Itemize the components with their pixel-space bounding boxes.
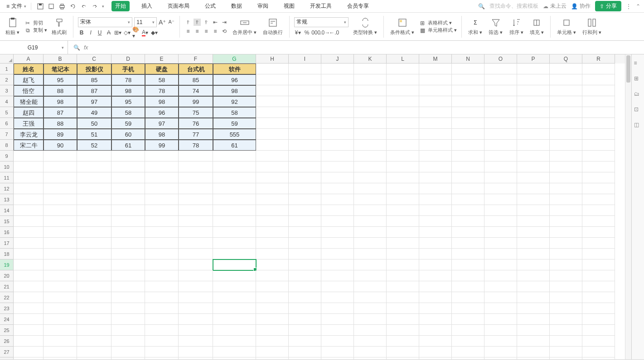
- cell[interactable]: [550, 314, 582, 325]
- panel-expand-icon[interactable]: ≡: [634, 60, 642, 68]
- cell[interactable]: [452, 259, 484, 270]
- cell[interactable]: [387, 314, 419, 325]
- more-icon[interactable]: ⋮: [626, 3, 631, 10]
- cell[interactable]: [582, 314, 615, 325]
- column-header[interactable]: C: [77, 54, 111, 64]
- cell[interactable]: [452, 85, 484, 96]
- cell[interactable]: [419, 270, 452, 281]
- cell[interactable]: [484, 64, 517, 74]
- cell[interactable]: [213, 161, 256, 172]
- cell[interactable]: [14, 357, 44, 359]
- cell[interactable]: [111, 336, 145, 347]
- cell[interactable]: [354, 172, 387, 183]
- cell[interactable]: [419, 194, 452, 205]
- cell[interactable]: [517, 314, 550, 325]
- cell[interactable]: [517, 270, 550, 281]
- cell[interactable]: 96: [145, 107, 179, 118]
- cell[interactable]: [179, 183, 213, 194]
- collab-button[interactable]: 👤协作: [571, 2, 591, 10]
- cell[interactable]: [213, 303, 256, 314]
- row-header[interactable]: 26: [0, 336, 14, 347]
- cell[interactable]: [582, 194, 615, 205]
- refresh-icon[interactable]: [69, 3, 77, 10]
- cell[interactable]: [321, 238, 354, 249]
- cell[interactable]: [517, 96, 550, 107]
- cell[interactable]: [517, 183, 550, 194]
- align-center-icon[interactable]: ≡: [194, 28, 201, 35]
- cell[interactable]: [582, 140, 615, 151]
- align-right-icon[interactable]: ≡: [203, 28, 210, 35]
- cell[interactable]: [419, 118, 452, 129]
- cell[interactable]: 89: [44, 129, 77, 140]
- cell[interactable]: [179, 161, 213, 172]
- cell[interactable]: 95: [44, 74, 77, 85]
- cell[interactable]: [484, 314, 517, 325]
- cell[interactable]: [213, 314, 256, 325]
- search-fx-icon[interactable]: 🔍: [73, 44, 80, 51]
- cell[interactable]: [213, 292, 256, 303]
- cell-group[interactable]: 单元格 ▾: [555, 17, 578, 36]
- cell[interactable]: 78: [179, 140, 213, 151]
- cell[interactable]: [517, 303, 550, 314]
- cell[interactable]: [14, 259, 44, 270]
- name-box[interactable]: G19 ▾: [0, 41, 68, 54]
- select-all-corner[interactable]: [0, 54, 14, 64]
- cell[interactable]: [145, 227, 179, 238]
- cell[interactable]: [582, 183, 615, 194]
- cell[interactable]: [387, 216, 419, 227]
- cell[interactable]: [452, 140, 484, 151]
- cell[interactable]: [387, 107, 419, 118]
- cell[interactable]: [44, 259, 77, 270]
- cell[interactable]: [256, 205, 289, 216]
- cell[interactable]: [582, 357, 615, 359]
- cell[interactable]: [517, 205, 550, 216]
- cell[interactable]: [419, 357, 452, 359]
- cell[interactable]: [452, 183, 484, 194]
- cell[interactable]: [44, 347, 77, 357]
- cell[interactable]: [289, 194, 321, 205]
- cell[interactable]: [452, 357, 484, 359]
- cell[interactable]: [77, 161, 111, 172]
- cell[interactable]: 61: [213, 140, 256, 151]
- cell[interactable]: [354, 205, 387, 216]
- cell[interactable]: [179, 357, 213, 359]
- cell[interactable]: 96: [213, 74, 256, 85]
- cell[interactable]: [213, 325, 256, 336]
- cell[interactable]: [582, 96, 615, 107]
- cell[interactable]: [582, 85, 615, 96]
- cell[interactable]: [111, 216, 145, 227]
- cell[interactable]: [213, 259, 256, 270]
- cell[interactable]: 99: [179, 96, 213, 107]
- cell[interactable]: [550, 161, 582, 172]
- cell[interactable]: [582, 118, 615, 129]
- cell[interactable]: [550, 140, 582, 151]
- column-header[interactable]: A: [14, 54, 44, 64]
- cell[interactable]: [213, 172, 256, 183]
- indent-dec-icon[interactable]: ⇤: [212, 19, 219, 26]
- cell[interactable]: [550, 270, 582, 281]
- row-header[interactable]: 27: [0, 347, 14, 357]
- cell[interactable]: [452, 107, 484, 118]
- cell[interactable]: [179, 227, 213, 238]
- cell[interactable]: [550, 151, 582, 161]
- font-color-icon[interactable]: A▾: [141, 29, 149, 36]
- border-icon[interactable]: ⊞▾: [114, 29, 121, 36]
- cell[interactable]: [419, 151, 452, 161]
- row-header[interactable]: 5: [0, 107, 14, 118]
- strikethrough-icon[interactable]: A: [105, 29, 112, 36]
- cell[interactable]: [354, 151, 387, 161]
- cell[interactable]: [582, 129, 615, 140]
- cell[interactable]: [289, 270, 321, 281]
- cell[interactable]: [387, 227, 419, 238]
- cell[interactable]: 76: [179, 118, 213, 129]
- cell[interactable]: [77, 183, 111, 194]
- cell[interactable]: [179, 205, 213, 216]
- cell[interactable]: [517, 216, 550, 227]
- column-header[interactable]: O: [484, 54, 517, 64]
- increase-font-icon[interactable]: A⁺: [159, 19, 166, 26]
- cell[interactable]: [550, 292, 582, 303]
- cell[interactable]: [179, 325, 213, 336]
- cell[interactable]: [582, 107, 615, 118]
- cell[interactable]: [289, 96, 321, 107]
- row-header[interactable]: 18: [0, 249, 14, 259]
